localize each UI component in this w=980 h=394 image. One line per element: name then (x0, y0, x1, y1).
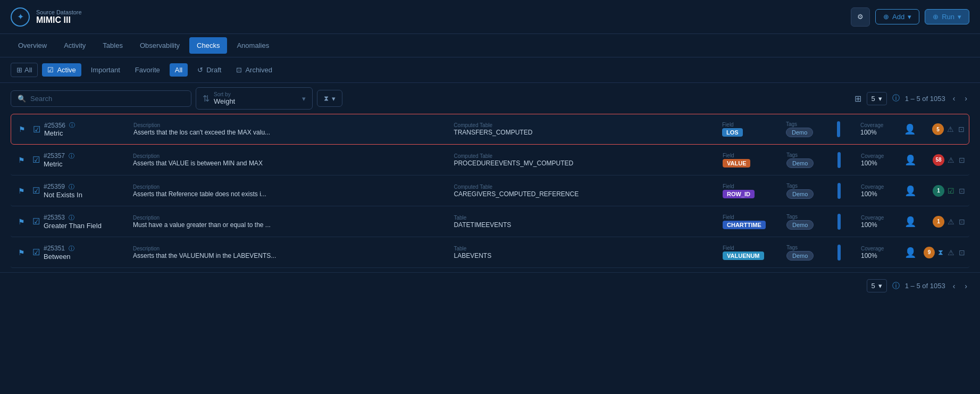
field-label: Field (723, 245, 778, 251)
bar-col (835, 121, 856, 137)
run-button[interactable]: ⊕ Run ▾ (925, 9, 969, 24)
filter-action-icon[interactable]: ⧗ (937, 247, 944, 258)
nav-item-anomalies[interactable]: Anomalies (229, 37, 277, 54)
table-row[interactable]: ⚑ ☑ #25353 ⓘ Greater Than Field Descript… (11, 206, 969, 237)
row-id: #25353 (44, 214, 65, 221)
coverage-label: Coverage (860, 122, 900, 128)
table-icon[interactable]: ⊡ (958, 186, 966, 196)
user-col: 👤 (904, 216, 924, 228)
table-label: Table (454, 215, 714, 221)
nav-item-checks[interactable]: Checks (189, 37, 227, 54)
filter-button[interactable]: ⧗ ▾ (317, 90, 342, 107)
table-label: Computed Table (454, 153, 714, 159)
search-input[interactable] (30, 95, 185, 103)
user-icon: 👤 (904, 247, 916, 258)
desc-value: Asserts that the los can't exceed the MA… (133, 129, 445, 136)
field-badge: VALUE (723, 159, 750, 167)
nav-item-overview[interactable]: Overview (11, 37, 54, 54)
desc-col: Description Must have a value greater th… (129, 215, 449, 229)
user-icon: 👤 (904, 186, 916, 196)
filter-archived-button[interactable]: ⊡ Archived (231, 63, 278, 77)
checkbox-checked-icon: ☑ (47, 66, 54, 74)
filter-favorite-button[interactable]: Favorite (130, 63, 165, 77)
actions-col: 1 ☑ ⊡ (924, 185, 966, 197)
table-icon[interactable]: ⊡ (958, 155, 966, 165)
check-col[interactable]: ☑ (29, 124, 44, 135)
filter-important-label: Important (91, 66, 120, 74)
view-grid-icon[interactable]: ⊞ (855, 94, 861, 104)
filter-icon: ⧗ (324, 94, 329, 103)
check-col[interactable]: ☑ (29, 247, 44, 257)
checkbox-icon: ☑ (32, 216, 40, 227)
pin-col: ⚑ (14, 125, 29, 133)
table-value: CAREGIVERS_COMPUTED_REFERENCE (454, 190, 714, 198)
bar-indicator (837, 121, 840, 137)
next-page-button[interactable]: › (962, 92, 969, 105)
pin-icon: ⚑ (18, 187, 25, 195)
table-row[interactable]: ⚑ ☑ #25357 ⓘ Metric Description Asserts … (11, 145, 969, 175)
settings-button[interactable]: ⚙ (851, 7, 870, 27)
table-row[interactable]: ⚑ ☑ #25351 ⓘ Between Description Asserts… (11, 237, 969, 268)
desc-value: Asserts that the VALUENUM in the LABEVEN… (133, 252, 445, 259)
info-icon: ⓘ (69, 245, 74, 253)
app-name: MIMIC III (36, 15, 82, 25)
tags-label: Tags (786, 214, 831, 220)
filter-draft-button[interactable]: ↺ Draft (192, 63, 227, 77)
check-col[interactable]: ☑ (29, 186, 44, 196)
table-value: TRANSFERS_COMPUTED (454, 129, 714, 136)
tag-value: Demo (786, 220, 814, 230)
check-icon[interactable]: ☑ (947, 186, 956, 196)
row-id: #25351 (44, 245, 65, 252)
check-col[interactable]: ☑ (29, 216, 44, 227)
actions-col: 58 ⚠ ⊡ (924, 154, 966, 166)
nav-item-tables[interactable]: Tables (95, 37, 130, 54)
filter-bar: ⊞ All ☑ Active Important Favorite All ↺ … (0, 57, 980, 83)
bottom-page-size-selector[interactable]: 5 ▾ (867, 279, 887, 292)
pin-icon: ⚑ (18, 248, 25, 257)
bar-indicator (837, 214, 841, 230)
id-col: #25353 ⓘ Greater Than Field (44, 214, 129, 230)
coverage-col: Coverage 100% (856, 122, 904, 136)
pin-icon: ⚑ (18, 156, 25, 164)
filter-all-tag-button[interactable]: All (170, 63, 188, 77)
row-type: Between (44, 253, 129, 261)
coverage-col: Coverage 100% (857, 184, 904, 198)
warning-icon[interactable]: ⚠ (947, 216, 956, 227)
filter-all-tag-label: All (175, 66, 182, 74)
warning-icon[interactable]: ⚠ (947, 247, 956, 258)
sort-box[interactable]: ⇅ Sort by Weight ▾ (196, 87, 313, 110)
tags-col: Tags Demo (782, 245, 835, 261)
desc-label: Description (133, 184, 445, 190)
bottom-page-size-value: 5 (872, 282, 875, 290)
navigation: Overview Activity Tables Observability C… (0, 34, 980, 57)
coverage-value: 100% (861, 160, 900, 167)
filter-active-button[interactable]: ☑ Active (42, 63, 81, 77)
field-col: Field VALUENUM (718, 245, 782, 260)
bottom-next-page-button[interactable]: › (962, 280, 969, 292)
nav-item-observability[interactable]: Observability (132, 37, 187, 54)
bottom-prev-page-button[interactable]: ‹ (951, 280, 958, 292)
page-size-selector[interactable]: 5 ▾ (867, 92, 887, 105)
filter-all-button[interactable]: ⊞ All (11, 63, 38, 77)
warning-icon[interactable]: ⚠ (947, 155, 956, 165)
filter-important-button[interactable]: Important (86, 63, 125, 77)
nav-item-activity[interactable]: Activity (56, 37, 93, 54)
table-icon[interactable]: ⊡ (958, 216, 966, 227)
table-row[interactable]: ⚑ ☑ #25356 ⓘ Metric Description Asserts … (11, 114, 969, 145)
table-row[interactable]: ⚑ ☑ #25359 ⓘ Not Exists In Description A… (11, 175, 969, 206)
field-label: Field (722, 122, 777, 128)
coverage-label: Coverage (861, 246, 900, 252)
table-label: Table (454, 246, 714, 252)
table-icon[interactable]: ⊡ (958, 247, 966, 258)
warning-icon[interactable]: ⚠ (946, 124, 955, 135)
check-col[interactable]: ☑ (29, 155, 44, 165)
prev-page-button[interactable]: ‹ (951, 92, 958, 105)
row-type: Metric (44, 160, 129, 168)
pin-icon: ⚑ (19, 125, 26, 133)
add-button[interactable]: ⊕ Add ▾ (875, 9, 919, 24)
header-right: ⚙ ⊕ Add ▾ ⊕ Run ▾ (851, 7, 969, 27)
page-size-value: 5 (872, 95, 875, 103)
desc-col: Description Asserts that the VALUENUM in… (129, 246, 449, 259)
id-col: #25356 ⓘ Metric (44, 121, 129, 137)
table-icon[interactable]: ⊡ (957, 124, 966, 135)
